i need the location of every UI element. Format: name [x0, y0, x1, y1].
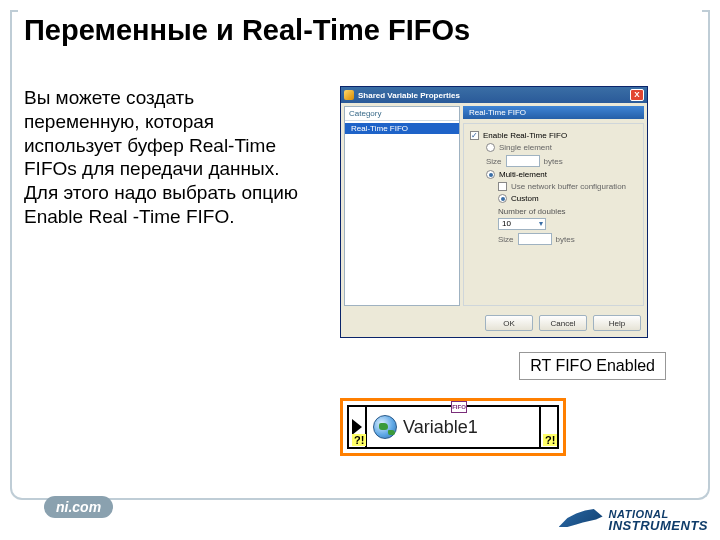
- enable-rtfifo-checkbox[interactable]: ✓ Enable Real-Time FIFO: [470, 131, 637, 140]
- play-icon: [352, 419, 362, 435]
- category-header: Category: [345, 107, 459, 121]
- single-element-label: Single element: [499, 143, 552, 152]
- slide-body-text: Вы можете создать переменную, которая ис…: [24, 86, 314, 229]
- warning-icon: ?!: [352, 434, 366, 446]
- rtfifo-group: ✓ Enable Real-Time FIFO Single element S…: [463, 123, 644, 306]
- callout-rtfifo-enabled: RT FIFO Enabled: [519, 352, 666, 380]
- enable-rtfifo-label: Enable Real-Time FIFO: [483, 131, 567, 140]
- brand-bottom: INSTRUMENTS: [609, 520, 708, 532]
- size-unit: bytes: [544, 157, 563, 166]
- category-item-rtfifo[interactable]: Real-Time FIFO: [345, 123, 459, 134]
- array-size-label: Size: [498, 235, 514, 244]
- panel-header: Real-Time FIFO: [463, 106, 644, 119]
- nicom-badge: ni.com: [44, 496, 113, 518]
- slide-title: Переменные и Real-Time FIFOs: [24, 14, 470, 47]
- properties-dialog: Shared Variable Properties X Category Re…: [340, 86, 648, 338]
- size-label: Size: [486, 157, 502, 166]
- dialog-icon: [344, 90, 354, 100]
- dialog-title: Shared Variable Properties: [358, 91, 626, 100]
- help-button[interactable]: Help: [593, 315, 641, 331]
- size-input[interactable]: [506, 155, 540, 167]
- custom-radio[interactable]: Custom: [498, 194, 637, 203]
- array-bytes-label: bytes: [556, 235, 575, 244]
- slide-footer: ni.com NATIONAL INSTRUMENTS: [0, 492, 720, 540]
- use-network-buffer-checkbox[interactable]: Use network buffer configuration: [498, 182, 637, 191]
- category-list: Category Real-Time FIFO: [344, 106, 460, 306]
- globe-icon: [373, 415, 397, 439]
- num-doubles-label: Number of doubles: [498, 207, 637, 216]
- fifo-badge-icon: FIFO: [451, 401, 467, 413]
- variable-label: Variable1: [403, 417, 478, 438]
- close-icon[interactable]: X: [630, 89, 644, 101]
- num-doubles-input[interactable]: 10: [498, 218, 546, 230]
- ni-logo: NATIONAL INSTRUMENTS: [559, 506, 708, 536]
- single-element-radio[interactable]: Single element: [486, 143, 637, 152]
- array-size-input[interactable]: [518, 233, 552, 245]
- custom-label: Custom: [511, 194, 539, 203]
- warning-icon: ?!: [543, 434, 557, 446]
- use-network-buffer-label: Use network buffer configuration: [511, 182, 626, 191]
- ni-eagle-icon: [559, 506, 603, 536]
- cancel-button[interactable]: Cancel: [539, 315, 587, 331]
- multi-element-radio[interactable]: Multi-element: [486, 170, 637, 179]
- block-diagram-node: ?! FIFO Variable1 ?!: [340, 398, 566, 456]
- ok-button[interactable]: OK: [485, 315, 533, 331]
- multi-element-label: Multi-element: [499, 170, 547, 179]
- dialog-titlebar[interactable]: Shared Variable Properties X: [341, 87, 647, 103]
